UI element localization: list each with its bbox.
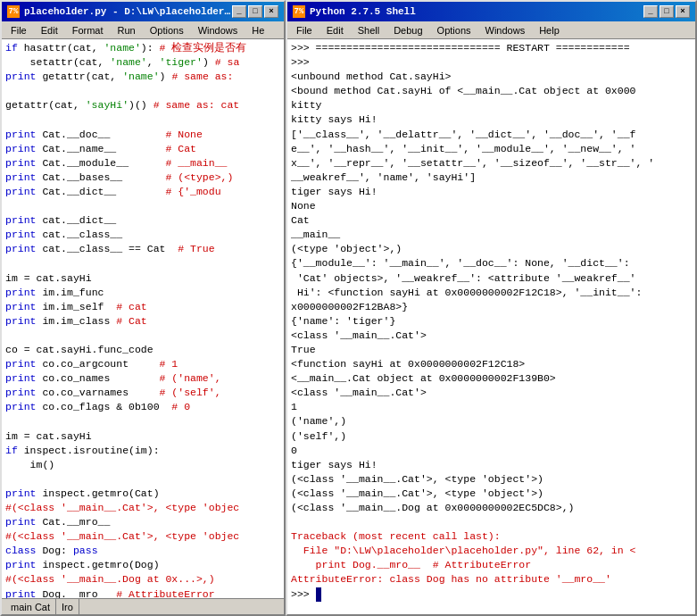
editor-icon: 7% <box>7 5 20 18</box>
editor-title-text: placeholder.py - D:\LW\placeholder\place… <box>24 6 232 17</box>
menu-file[interactable]: File <box>4 23 34 37</box>
shell-menu-file[interactable]: File <box>289 23 319 37</box>
shell-traceback: Traceback (most recent call last): File … <box>291 530 635 585</box>
status-main-cat-text: main Cat <box>11 602 50 612</box>
shell-window: 7% Python 2.7.5 Shell _ □ × File Edit Sh… <box>286 0 697 616</box>
editor-status-bar: main Cat Iro <box>2 598 284 614</box>
shell-prompt: >>> <box>291 588 316 600</box>
shell-title-text: Python 2.7.5 Shell <box>310 6 643 17</box>
shell-title-bar[interactable]: 7% Python 2.7.5 Shell _ □ × <box>287 2 695 21</box>
shell-icon: 7% <box>293 5 305 18</box>
shell-window-buttons[interactable]: _ □ × <box>643 5 690 18</box>
shell-menu-windows[interactable]: Windows <box>478 23 533 37</box>
editor-line-1: if hasattr(cat, 'name'): # 检查实例是否有 setat… <box>5 42 246 598</box>
shell-content[interactable]: >>> ============================== RESTA… <box>287 39 695 614</box>
menu-edit[interactable]: Edit <box>34 23 65 37</box>
shell-menu-bar: File Edit Shell Debug Options Windows He… <box>287 21 695 39</box>
shell-maximize-button[interactable]: □ <box>660 5 674 18</box>
menu-windows[interactable]: Windows <box>191 23 245 37</box>
editor-window: 7% placeholder.py - D:\LW\placeholder\pl… <box>0 0 286 616</box>
status-iro-text: Iro <box>62 602 73 612</box>
shell-menu-edit[interactable]: Edit <box>319 23 351 37</box>
minimize-button[interactable]: _ <box>232 5 246 18</box>
menu-format[interactable]: Format <box>65 23 111 37</box>
close-button[interactable]: × <box>264 5 278 18</box>
menu-options[interactable]: Options <box>143 23 191 37</box>
editor-menu-bar: File Edit Format Run Options Windows He <box>2 21 284 39</box>
shell-menu-shell[interactable]: Shell <box>351 23 386 37</box>
status-iro: Iro <box>56 599 79 614</box>
shell-menu-options[interactable]: Options <box>430 23 478 37</box>
shell-close-button[interactable]: × <box>676 5 690 18</box>
menu-run[interactable]: Run <box>111 23 143 37</box>
shell-menu-help[interactable]: Help <box>532 23 567 37</box>
cursor <box>316 587 321 602</box>
menu-help[interactable]: He <box>245 23 271 37</box>
editor-window-buttons[interactable]: _ □ × <box>232 5 278 18</box>
status-main-cat: main Cat <box>5 599 56 614</box>
shell-menu-debug[interactable]: Debug <box>386 23 429 37</box>
shell-minimize-button[interactable]: _ <box>643 5 658 18</box>
editor-content[interactable]: if hasattr(cat, 'name'): # 检查实例是否有 setat… <box>2 39 284 598</box>
shell-restart-line: >>> ============================== RESTA… <box>291 42 654 513</box>
maximize-button[interactable]: □ <box>248 5 262 18</box>
editor-title-bar[interactable]: 7% placeholder.py - D:\LW\placeholder\pl… <box>2 2 284 21</box>
